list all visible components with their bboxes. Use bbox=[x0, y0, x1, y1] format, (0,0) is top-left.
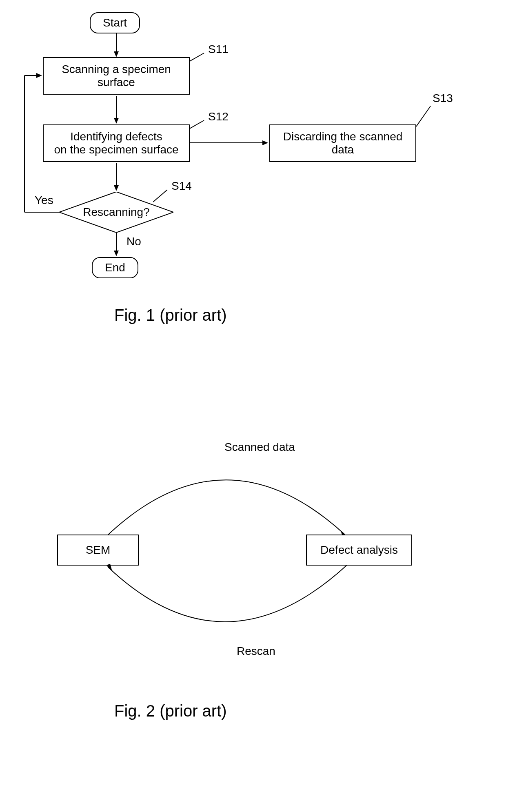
svg-marker-20 bbox=[106, 564, 112, 571]
arrow-start-s11 bbox=[112, 33, 120, 58]
defect-box: Defect analysis bbox=[306, 535, 412, 566]
process-s13: Discarding the scanned data bbox=[269, 124, 416, 162]
s12-text: Identifying defects on the specimen surf… bbox=[54, 130, 178, 156]
leader-s14 bbox=[153, 188, 173, 204]
fig2-caption: Fig. 2 (prior art) bbox=[114, 702, 227, 720]
s13-text: Discarding the scanned data bbox=[283, 130, 403, 156]
svg-marker-1 bbox=[114, 51, 119, 57]
sem-box: SEM bbox=[57, 535, 139, 566]
arrow-yes-loop bbox=[20, 71, 61, 216]
svg-line-8 bbox=[416, 106, 431, 126]
leader-s12 bbox=[190, 118, 210, 131]
scanned-data-label: Scanned data bbox=[224, 441, 295, 454]
svg-marker-10 bbox=[114, 185, 119, 191]
s11-text: Scanning a specimen surface bbox=[62, 63, 171, 89]
svg-line-12 bbox=[153, 190, 167, 202]
leader-s13 bbox=[416, 104, 437, 129]
arrow-s12-s14 bbox=[112, 163, 120, 192]
svg-line-5 bbox=[190, 120, 204, 129]
arrow-defect-sem bbox=[102, 563, 351, 645]
fig1-caption: Fig. 1 (prior art) bbox=[114, 306, 227, 324]
defect-text: Defect analysis bbox=[320, 544, 398, 556]
process-s12: Identifying defects on the specimen surf… bbox=[43, 124, 190, 162]
s14-text: Rescanning? bbox=[83, 206, 149, 219]
svg-marker-16 bbox=[36, 73, 42, 78]
sem-text: SEM bbox=[86, 544, 111, 556]
svg-line-2 bbox=[190, 53, 204, 61]
svg-marker-7 bbox=[262, 140, 268, 145]
start-terminator: Start bbox=[90, 12, 140, 33]
arrow-s11-s12 bbox=[112, 96, 120, 124]
label-s13: S13 bbox=[433, 92, 453, 105]
arrow-sem-defect bbox=[102, 457, 351, 539]
svg-marker-4 bbox=[114, 118, 119, 124]
end-label: End bbox=[105, 261, 125, 274]
rescan-label: Rescan bbox=[237, 645, 275, 658]
end-terminator: End bbox=[92, 257, 138, 278]
start-label: Start bbox=[103, 16, 127, 29]
label-s11: S11 bbox=[208, 43, 229, 56]
process-s11: Scanning a specimen surface bbox=[43, 57, 190, 95]
leader-s11 bbox=[190, 51, 210, 63]
svg-marker-18 bbox=[114, 251, 119, 256]
arrow-s12-s13 bbox=[190, 139, 269, 147]
label-s12: S12 bbox=[208, 110, 229, 123]
no-label: No bbox=[126, 235, 141, 248]
label-s14: S14 bbox=[171, 180, 192, 193]
arrow-no-end bbox=[112, 233, 120, 257]
